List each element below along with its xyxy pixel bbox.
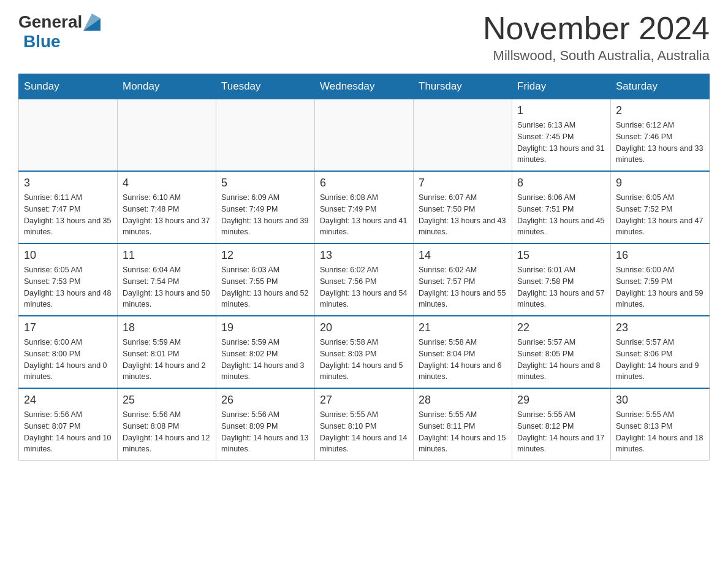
day-info: Sunrise: 6:05 AMSunset: 7:53 PMDaylight:… bbox=[24, 264, 112, 310]
weekday-header-thursday: Thursday bbox=[414, 74, 512, 99]
logo-general-text: General bbox=[18, 12, 82, 32]
day-number: 7 bbox=[419, 177, 507, 190]
day-info: Sunrise: 6:01 AMSunset: 7:58 PMDaylight:… bbox=[517, 264, 605, 310]
day-info: Sunrise: 6:07 AMSunset: 7:50 PMDaylight:… bbox=[419, 192, 507, 238]
logo-icon bbox=[83, 13, 100, 31]
calendar-cell: 4Sunrise: 6:10 AMSunset: 7:48 PMDaylight… bbox=[118, 171, 216, 243]
day-number: 20 bbox=[320, 321, 408, 334]
calendar-cell bbox=[414, 99, 512, 172]
calendar-cell: 27Sunrise: 5:55 AMSunset: 8:10 PMDayligh… bbox=[315, 388, 414, 461]
weekday-header-row: SundayMondayTuesdayWednesdayThursdayFrid… bbox=[19, 74, 710, 99]
weekday-header-monday: Monday bbox=[118, 74, 216, 99]
calendar-cell: 28Sunrise: 5:55 AMSunset: 8:11 PMDayligh… bbox=[414, 388, 512, 461]
day-info: Sunrise: 6:04 AMSunset: 7:54 PMDaylight:… bbox=[123, 264, 211, 310]
calendar-cell: 25Sunrise: 5:56 AMSunset: 8:08 PMDayligh… bbox=[118, 388, 216, 461]
calendar-cell: 20Sunrise: 5:58 AMSunset: 8:03 PMDayligh… bbox=[315, 316, 414, 388]
calendar-cell: 2Sunrise: 6:12 AMSunset: 7:46 PMDaylight… bbox=[611, 99, 710, 172]
weekday-header-sunday: Sunday bbox=[19, 74, 118, 99]
calendar-cell: 1Sunrise: 6:13 AMSunset: 7:45 PMDaylight… bbox=[512, 99, 611, 172]
day-info: Sunrise: 6:13 AMSunset: 7:45 PMDaylight:… bbox=[517, 120, 605, 166]
day-info: Sunrise: 5:55 AMSunset: 8:11 PMDaylight:… bbox=[419, 409, 507, 455]
day-info: Sunrise: 6:00 AMSunset: 7:59 PMDaylight:… bbox=[616, 264, 704, 310]
calendar-cell: 13Sunrise: 6:02 AMSunset: 7:56 PMDayligh… bbox=[315, 243, 414, 316]
calendar-week-4: 17Sunrise: 6:00 AMSunset: 8:00 PMDayligh… bbox=[19, 316, 710, 388]
calendar-week-1: 1Sunrise: 6:13 AMSunset: 7:45 PMDaylight… bbox=[19, 99, 710, 172]
calendar-cell: 9Sunrise: 6:05 AMSunset: 7:52 PMDaylight… bbox=[611, 171, 710, 243]
calendar-cell: 11Sunrise: 6:04 AMSunset: 7:54 PMDayligh… bbox=[118, 243, 216, 316]
day-number: 9 bbox=[616, 177, 704, 190]
calendar-week-2: 3Sunrise: 6:11 AMSunset: 7:47 PMDaylight… bbox=[19, 171, 710, 243]
day-info: Sunrise: 5:58 AMSunset: 8:03 PMDaylight:… bbox=[320, 337, 408, 383]
day-number: 29 bbox=[517, 394, 605, 407]
day-info: Sunrise: 6:12 AMSunset: 7:46 PMDaylight:… bbox=[616, 120, 704, 166]
month-title: November 2024 bbox=[483, 12, 710, 44]
day-info: Sunrise: 6:06 AMSunset: 7:51 PMDaylight:… bbox=[517, 192, 605, 238]
calendar-cell: 19Sunrise: 5:59 AMSunset: 8:02 PMDayligh… bbox=[216, 316, 315, 388]
calendar-cell: 18Sunrise: 5:59 AMSunset: 8:01 PMDayligh… bbox=[118, 316, 216, 388]
day-number: 12 bbox=[221, 249, 309, 262]
day-info: Sunrise: 5:57 AMSunset: 8:06 PMDaylight:… bbox=[616, 337, 704, 383]
day-number: 27 bbox=[320, 394, 408, 407]
title-section: November 2024 Millswood, South Australia… bbox=[483, 12, 710, 64]
day-number: 22 bbox=[517, 321, 605, 334]
day-info: Sunrise: 6:05 AMSunset: 7:52 PMDaylight:… bbox=[616, 192, 704, 238]
weekday-header-wednesday: Wednesday bbox=[315, 74, 414, 99]
day-info: Sunrise: 5:56 AMSunset: 8:07 PMDaylight:… bbox=[24, 409, 112, 455]
day-info: Sunrise: 6:00 AMSunset: 8:00 PMDaylight:… bbox=[24, 337, 112, 383]
calendar-cell: 17Sunrise: 6:00 AMSunset: 8:00 PMDayligh… bbox=[19, 316, 118, 388]
calendar-cell: 16Sunrise: 6:00 AMSunset: 7:59 PMDayligh… bbox=[611, 243, 710, 316]
calendar-cell: 15Sunrise: 6:01 AMSunset: 7:58 PMDayligh… bbox=[512, 243, 611, 316]
day-number: 23 bbox=[616, 321, 704, 334]
day-info: Sunrise: 5:55 AMSunset: 8:10 PMDaylight:… bbox=[320, 409, 408, 455]
day-info: Sunrise: 5:56 AMSunset: 8:09 PMDaylight:… bbox=[221, 409, 309, 455]
day-info: Sunrise: 5:58 AMSunset: 8:04 PMDaylight:… bbox=[419, 337, 507, 383]
calendar-cell: 26Sunrise: 5:56 AMSunset: 8:09 PMDayligh… bbox=[216, 388, 315, 461]
day-number: 13 bbox=[320, 249, 408, 262]
day-number: 16 bbox=[616, 249, 704, 262]
calendar-cell: 23Sunrise: 5:57 AMSunset: 8:06 PMDayligh… bbox=[611, 316, 710, 388]
day-info: Sunrise: 6:10 AMSunset: 7:48 PMDaylight:… bbox=[123, 192, 211, 238]
calendar-cell: 7Sunrise: 6:07 AMSunset: 7:50 PMDaylight… bbox=[414, 171, 512, 243]
day-number: 5 bbox=[221, 177, 309, 190]
day-number: 6 bbox=[320, 177, 408, 190]
day-number: 4 bbox=[123, 177, 211, 190]
day-number: 10 bbox=[24, 249, 112, 262]
calendar-cell: 10Sunrise: 6:05 AMSunset: 7:53 PMDayligh… bbox=[19, 243, 118, 316]
logo: General Blue bbox=[18, 12, 102, 52]
day-info: Sunrise: 6:11 AMSunset: 7:47 PMDaylight:… bbox=[24, 192, 112, 238]
calendar-cell bbox=[315, 99, 414, 172]
day-info: Sunrise: 6:03 AMSunset: 7:55 PMDaylight:… bbox=[221, 264, 309, 310]
calendar-cell: 8Sunrise: 6:06 AMSunset: 7:51 PMDaylight… bbox=[512, 171, 611, 243]
day-number: 30 bbox=[616, 394, 704, 407]
day-info: Sunrise: 5:57 AMSunset: 8:05 PMDaylight:… bbox=[517, 337, 605, 383]
calendar-cell: 22Sunrise: 5:57 AMSunset: 8:05 PMDayligh… bbox=[512, 316, 611, 388]
weekday-header-tuesday: Tuesday bbox=[216, 74, 315, 99]
calendar-cell bbox=[19, 99, 118, 172]
calendar-cell bbox=[216, 99, 315, 172]
day-number: 17 bbox=[24, 321, 112, 334]
day-number: 26 bbox=[221, 394, 309, 407]
day-number: 3 bbox=[24, 177, 112, 190]
logo-blue-text: Blue bbox=[23, 32, 61, 51]
day-number: 19 bbox=[221, 321, 309, 334]
weekday-header-saturday: Saturday bbox=[611, 74, 710, 99]
day-info: Sunrise: 5:55 AMSunset: 8:12 PMDaylight:… bbox=[517, 409, 605, 455]
calendar-cell: 3Sunrise: 6:11 AMSunset: 7:47 PMDaylight… bbox=[19, 171, 118, 243]
day-number: 28 bbox=[419, 394, 507, 407]
day-info: Sunrise: 6:08 AMSunset: 7:49 PMDaylight:… bbox=[320, 192, 408, 238]
day-info: Sunrise: 6:02 AMSunset: 7:57 PMDaylight:… bbox=[419, 264, 507, 310]
day-number: 25 bbox=[123, 394, 211, 407]
calendar-cell bbox=[118, 99, 216, 172]
calendar-cell: 14Sunrise: 6:02 AMSunset: 7:57 PMDayligh… bbox=[414, 243, 512, 316]
page-header: General Blue November 2024 Millswood, So… bbox=[18, 12, 710, 64]
day-info: Sunrise: 6:09 AMSunset: 7:49 PMDaylight:… bbox=[221, 192, 309, 238]
calendar-week-5: 24Sunrise: 5:56 AMSunset: 8:07 PMDayligh… bbox=[19, 388, 710, 461]
day-info: Sunrise: 5:56 AMSunset: 8:08 PMDaylight:… bbox=[123, 409, 211, 455]
day-number: 24 bbox=[24, 394, 112, 407]
day-info: Sunrise: 5:55 AMSunset: 8:13 PMDaylight:… bbox=[616, 409, 704, 455]
calendar-table: SundayMondayTuesdayWednesdayThursdayFrid… bbox=[18, 74, 710, 461]
calendar-cell: 6Sunrise: 6:08 AMSunset: 7:49 PMDaylight… bbox=[315, 171, 414, 243]
day-info: Sunrise: 5:59 AMSunset: 8:02 PMDaylight:… bbox=[221, 337, 309, 383]
day-number: 11 bbox=[123, 249, 211, 262]
calendar-cell: 29Sunrise: 5:55 AMSunset: 8:12 PMDayligh… bbox=[512, 388, 611, 461]
